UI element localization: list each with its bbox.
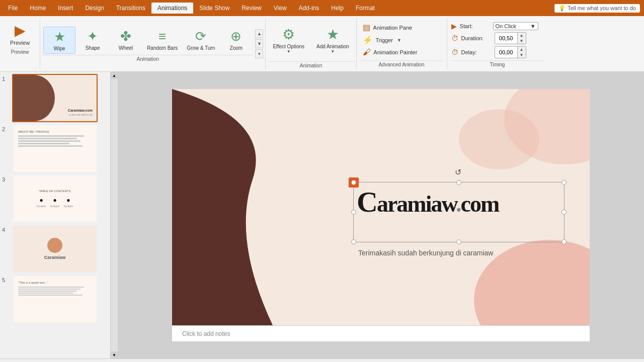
tab-format[interactable]: Format — [350, 3, 381, 14]
animation-gallery: ★ Wipe ✦ Shape ✤ Wheel ≡ — [42, 25, 263, 63]
slide-thumb-1[interactable]: 1 Caramiaw.com a seri and want to do — [2, 74, 108, 122]
effect-options-button[interactable]: ⚙ Effect Options ▼ — [268, 24, 309, 56]
delay-row: ⏱ Delay: 00,00 ▲ ▼ — [451, 46, 544, 58]
slide-scroll-down[interactable]: ▼ — [111, 351, 118, 358]
slide-img-4[interactable]: Caramiaw — [12, 225, 98, 273]
subtitle-container: Terimakasih sudah berkunjung di caramiaw — [358, 249, 493, 257]
tab-animations[interactable]: Animations — [151, 3, 193, 14]
animation-pane-label: Animation Pane — [373, 25, 413, 31]
main-title: Caramiaw.com — [357, 191, 499, 217]
slide-num-4: 4 — [2, 225, 9, 233]
tell-me-input[interactable]: 💡 Tell me what you want to do — [554, 4, 640, 13]
animation-pane-icon: ▤ — [363, 23, 370, 32]
wipe-label: Wipe — [54, 46, 65, 51]
wheel-label: Wheel — [119, 45, 133, 51]
random-bars-label: Random Bars — [147, 45, 178, 51]
zoom-label: Zoom — [230, 45, 243, 51]
gallery-scroll-up[interactable]: ▲ — [255, 29, 263, 38]
tab-file[interactable]: File — [2, 3, 24, 14]
animation-section-label: Animation — [42, 55, 253, 63]
anim-zoom[interactable]: ⊕ Zoom — [220, 27, 252, 54]
trigger-button[interactable]: ⚡ Trigger ▼ — [361, 35, 443, 45]
gallery-scroll-down[interactable]: ▼ — [255, 39, 263, 48]
duration-down[interactable]: ▼ — [518, 38, 526, 44]
delay-icon: ⏱ — [451, 48, 458, 56]
handle-sw[interactable] — [351, 239, 356, 244]
grow-turn-label: Grow & Turn — [187, 45, 215, 51]
subtitle-text: Terimakasih sudah berkunjung di caramiaw — [358, 249, 493, 257]
handle-s[interactable] — [456, 239, 461, 244]
slide-thumb-3[interactable]: 3 TABLE OF CONTENTS ● Duration ● Duratio… — [2, 174, 108, 223]
duration-spinner[interactable]: 00,50 ▲ ▼ — [495, 32, 526, 44]
preview-button[interactable]: ▶ Preview — [6, 20, 34, 48]
add-animation-button[interactable]: ★ Add Animation ▼ — [311, 24, 354, 56]
s2-heading: ABOUT ME / PROFILE — [18, 130, 92, 133]
notes-placeholder: Click to add notes — [182, 330, 230, 337]
ribbon-container: File Home Insert Design Transitions Anim… — [0, 0, 644, 72]
slide-scroll-up[interactable]: ▲ — [111, 72, 118, 79]
trigger-label: Trigger — [376, 37, 393, 43]
handle-se[interactable] — [561, 239, 567, 244]
trigger-arrow: ▼ — [397, 38, 401, 43]
main-slide-canvas[interactable]: ↺ 1 Caramiaw.com — [172, 89, 590, 325]
animation-gallery-container: ★ Wipe ✦ Shape ✤ Wheel ≡ — [40, 18, 266, 69]
gallery-scroll-more[interactable]: ▾ — [255, 49, 263, 58]
slide-thumb-2[interactable]: 2 ABOUT ME / PROFILE — [2, 124, 108, 172]
delay-down[interactable]: ▼ — [518, 52, 526, 58]
timing-section: ▶ Start: On Click ▼ ⏱ Duration: 00,50 ▲ … — [447, 18, 548, 69]
c-large: C — [357, 186, 377, 218]
delay-up[interactable]: ▲ — [518, 47, 526, 52]
anim-grow-turn[interactable]: ⟳ Grow & Turn — [183, 27, 219, 54]
slide-img-5[interactable]: "This is a quote text..." — [12, 275, 98, 323]
tab-home[interactable]: Home — [24, 3, 52, 14]
slide-panel: 1 Caramiaw.com a seri and want to do 2 A… — [0, 72, 111, 358]
tab-addins[interactable]: Add-ins — [293, 3, 326, 14]
start-dropdown[interactable]: On Click ▼ — [493, 22, 538, 30]
slide-img-3[interactable]: TABLE OF CONTENTS ● Duration ● Duration — [12, 174, 98, 223]
preview-label: Preview — [10, 40, 30, 46]
advanced-animation-section: ▤ Animation Pane ⚡ Trigger ▼ 🖌 Animation… — [357, 18, 447, 69]
delay-spinner[interactable]: 00,00 ▲ ▼ — [495, 46, 526, 58]
s3-item2: ● Duration — [50, 197, 60, 208]
animation-painter-icon: 🖌 — [363, 48, 371, 57]
slide-thumb-5[interactable]: 5 "This is a quote text..." — [2, 275, 108, 323]
tab-slideshow[interactable]: Slide Show — [193, 3, 235, 14]
start-value: On Click — [496, 23, 517, 29]
anim-random-bars[interactable]: ≡ Random Bars — [143, 27, 182, 54]
anim-shape[interactable]: ✦ Shape — [76, 27, 109, 54]
anim-wipe[interactable]: ★ Wipe — [43, 27, 75, 54]
slide-img-2[interactable]: ABOUT ME / PROFILE — [12, 124, 98, 172]
anim-wheel[interactable]: ✤ Wheel — [110, 27, 142, 54]
wheel-icon: ✤ — [120, 29, 131, 44]
selected-text-box[interactable]: ↺ 1 Caramiaw.com — [353, 182, 565, 242]
slide-panel-scrollbar[interactable]: ▲ ▼ — [111, 72, 118, 358]
zoom-icon: ⊕ — [230, 29, 242, 44]
slide1-brand: Caramiaw.com — [68, 109, 93, 112]
effect-options-label: Effect Options — [273, 44, 304, 49]
animation-pane-button[interactable]: ▤ Animation Pane — [361, 22, 443, 33]
handle-nw[interactable] — [351, 180, 356, 185]
duration-up[interactable]: ▲ — [518, 33, 526, 38]
title-dot: . — [456, 191, 461, 217]
rotate-handle[interactable]: ↺ — [455, 167, 461, 177]
notes-bar[interactable]: Click to add notes — [172, 325, 590, 341]
tab-view[interactable]: View — [268, 3, 293, 14]
tab-insert[interactable]: Insert — [52, 3, 79, 14]
animation-painter-button[interactable]: 🖌 Animation Painter — [361, 47, 443, 57]
ribbon-tabs: File Home Insert Design Transitions Anim… — [0, 0, 644, 16]
slide1-sub: a seri and want to do — [69, 113, 93, 116]
tab-transitions[interactable]: Transitions — [110, 3, 151, 14]
preview-section: ▶ Preview Preview — [0, 18, 40, 69]
handle-ne[interactable] — [561, 180, 567, 185]
advanced-animation-rows: ▤ Animation Pane ⚡ Trigger ▼ 🖌 Animation… — [361, 20, 443, 60]
tab-help[interactable]: Help — [325, 3, 350, 14]
slide-img-1[interactable]: Caramiaw.com a seri and want to do — [12, 74, 98, 122]
wipe-icon: ★ — [54, 29, 65, 45]
tab-review[interactable]: Review — [235, 3, 267, 14]
handle-n[interactable] — [456, 180, 461, 185]
play-icon: ▶ — [15, 22, 26, 39]
tab-design[interactable]: Design — [79, 3, 110, 14]
svg-point-2 — [459, 109, 539, 169]
slide-thumb-4[interactable]: 4 Caramiaw — [2, 225, 108, 273]
slide-num-1: 1 — [2, 74, 9, 82]
